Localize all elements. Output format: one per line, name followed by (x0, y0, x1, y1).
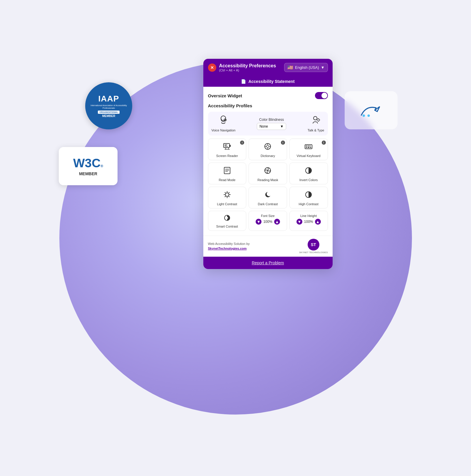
footer-logo-label: SKYNET TECHNOLOGIES (299, 251, 328, 254)
footer-link[interactable]: SkynetTechnologies.com (208, 247, 247, 250)
smart-contrast-label: Smart Contrast (216, 225, 238, 228)
line-height-item: Line Height ▼ 100% ▲ (289, 211, 328, 231)
header-left: ✕ Accessibility Preferences (Ctrl + Alt … (208, 63, 276, 72)
screen-reader-icon (223, 142, 231, 152)
smart-contrast-item[interactable]: Smart Contrast (208, 211, 247, 231)
line-height-increase[interactable]: ▲ (315, 219, 321, 225)
widget-body: Oversize Widget Accessibility Profiles (203, 87, 333, 236)
svg-point-4 (314, 116, 317, 120)
shortcut-hint: (Ctrl + Alt + A) (219, 69, 276, 72)
w3c-badge: W3C® MEMBER (59, 147, 118, 185)
font-size-increase[interactable]: ▲ (274, 219, 280, 225)
voice-nav-label: Voice Navigation (212, 128, 236, 132)
widget-header: ✕ Accessibility Preferences (Ctrl + Alt … (203, 59, 333, 76)
high-contrast-item[interactable]: High Contrast (289, 187, 328, 208)
w3c-member-label: MEMBER (79, 171, 97, 176)
svg-rect-13 (306, 147, 307, 148)
svg-point-8 (266, 145, 269, 148)
virtual-keyboard-label: Virtual Keyboard (297, 154, 321, 158)
font-size-value: 100% (263, 220, 272, 224)
svg-point-19 (225, 193, 229, 196)
statement-icon: 📄 (241, 79, 246, 84)
profiles-label: Accessibility Profiles (208, 103, 328, 108)
profiles-row: Voice Navigation Color Blindness None ▼ (212, 115, 324, 132)
reading-mask-label: Reading Mask (257, 178, 278, 182)
font-size-item: Font Size ▼ 100% ▲ (249, 211, 287, 231)
invert-colors-item[interactable]: Invert Colors (289, 163, 328, 184)
invert-colors-icon (304, 166, 313, 176)
svg-rect-10 (306, 146, 307, 146)
light-contrast-icon (223, 191, 231, 201)
line-height-value: 100% (304, 220, 313, 224)
color-blindness-title: Color Blindness (259, 118, 284, 122)
footer-text: Web Accessibility Solution by SkynetTech… (208, 242, 250, 251)
virtual-keyboard-item[interactable]: i Virtual Keyboard (289, 138, 328, 160)
iaap-title: IAAP (98, 94, 119, 103)
svg-point-2 (221, 116, 226, 121)
footer-logo-group: ST SKYNET TECHNOLOGIES (299, 239, 328, 254)
color-blindness-select[interactable]: None ▼ (257, 123, 286, 130)
svg-rect-9 (305, 145, 312, 149)
dark-contrast-icon (264, 191, 272, 201)
close-button[interactable]: ✕ (208, 64, 216, 72)
footer-logo: ST (308, 239, 319, 250)
oversize-toggle[interactable] (315, 92, 328, 99)
high-contrast-label: High Contrast (299, 202, 319, 206)
read-mode-icon (223, 166, 231, 176)
screen-reader-info: i (240, 141, 244, 145)
iaap-member-label: MEMBER (102, 114, 115, 118)
invert-colors-label: Invert Colors (299, 178, 318, 182)
dark-contrast-label: Dark Contrast (258, 202, 278, 206)
dark-contrast-item[interactable]: Dark Contrast (249, 187, 287, 208)
profiles-section: Voice Navigation Color Blindness None ▼ (208, 112, 328, 136)
light-contrast-label: Light Contrast (217, 202, 237, 206)
font-size-decrease[interactable]: ▼ (256, 219, 262, 225)
read-mode-label: Read Mode (219, 178, 235, 182)
read-mode-item[interactable]: Read Mode (208, 163, 247, 184)
svg-rect-16 (224, 167, 230, 174)
font-size-title: Font Size (261, 214, 274, 218)
decorative-arrow (358, 103, 384, 118)
line-height-decrease[interactable]: ▼ (296, 219, 302, 225)
svg-rect-12 (309, 146, 311, 146)
report-problem-bar[interactable]: Report a Problem (203, 257, 333, 269)
virtual-keyboard-icon (304, 142, 313, 152)
w3c-logo-text: W3C (73, 156, 100, 170)
w3c-logo: W3C® (73, 156, 103, 170)
widget-footer: Web Accessibility Solution by SkynetTech… (203, 236, 333, 257)
dictionary-item[interactable]: i Dictionary (249, 138, 287, 160)
color-blindness-box: Color Blindness None ▼ (238, 118, 304, 130)
report-label: Report a Problem (252, 260, 284, 265)
smart-contrast-icon (223, 214, 231, 223)
high-contrast-icon (304, 191, 313, 201)
talk-type-item[interactable]: Talk & Type (308, 115, 324, 132)
color-blindness-value: None (259, 124, 268, 128)
statement-label: Accessibility Statement (248, 79, 294, 84)
accessibility-widget-panel: ✕ Accessibility Preferences (Ctrl + Alt … (203, 59, 333, 269)
footer-text1: Web Accessibility Solution by (208, 242, 250, 245)
light-contrast-item[interactable]: Light Contrast (208, 187, 247, 208)
lang-dropdown-arrow: ▼ (321, 65, 325, 70)
reading-mask-item[interactable]: Reading Mask (249, 163, 287, 184)
oversize-widget-row: Oversize Widget (208, 92, 328, 99)
header-title: Accessibility Preferences (Ctrl + Alt + … (219, 63, 276, 72)
screen-reader-item[interactable]: i Screen Reader (208, 138, 247, 160)
accessibility-statement-bar[interactable]: 📄 Accessibility Statement (203, 76, 333, 87)
toggle-knob (321, 93, 327, 98)
w3c-reg: ® (100, 164, 103, 168)
voice-navigation-item[interactable]: Voice Navigation (212, 115, 236, 132)
font-size-stepper: ▼ 100% ▲ (256, 219, 280, 225)
dictionary-icon (264, 142, 272, 152)
language-selector[interactable]: 🇺🇸 English (USA) ▼ (284, 63, 328, 72)
svg-point-22 (226, 217, 228, 219)
dictionary-label: Dictionary (261, 154, 275, 158)
svg-point-0 (363, 114, 365, 117)
reading-mask-icon (264, 166, 272, 176)
talk-type-icon (311, 115, 321, 127)
main-title: Accessibility Preferences (219, 63, 276, 69)
oversize-label: Oversize Widget (208, 93, 242, 98)
virtual-keyboard-info: i (322, 141, 326, 145)
svg-rect-14 (308, 147, 309, 148)
font-controls-row: Smart Contrast Font Size ▼ 100% ▲ Line H… (208, 211, 328, 231)
decorative-card (345, 91, 398, 129)
